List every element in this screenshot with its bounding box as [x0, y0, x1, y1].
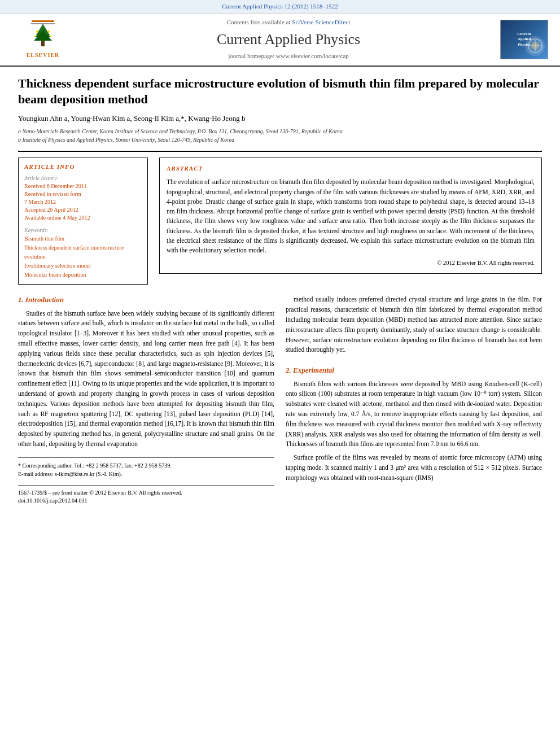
body-right-col: method usually induces preferred directe…	[286, 295, 542, 505]
elsevier-logo: ELSEVIER	[26, 19, 60, 59]
keyword-4: Molecular beam deposition	[24, 270, 142, 279]
intro-para-1: Studies of the bismuth surface have been…	[18, 309, 274, 449]
elsevier-tree-icon	[26, 19, 60, 50]
article-meta-section: Article info Article history: Received 6…	[18, 158, 542, 285]
abstract-text: The evolution of surface microstructure …	[167, 177, 535, 255]
keywords-list: Bismuth thin film Thickness dependent su…	[24, 234, 142, 279]
svg-point-9	[50, 36, 52, 37]
svg-rect-0	[32, 20, 54, 22]
journal-name: Current Applied Physics	[82, 29, 495, 50]
keyword-3: Evolutionary selection model	[24, 261, 142, 270]
authors-line: Youngkun Ahn a, Young-Hwan Kim a, Seong-…	[18, 113, 542, 124]
affiliations: a Nano-Materials Research Center, Korea …	[18, 127, 542, 144]
history-label: Article history:	[24, 174, 142, 182]
experimental-heading: 2. Experimental	[286, 365, 542, 375]
journal-cover-area: CurrentAppliedPhysics	[500, 20, 551, 59]
doi-line: doi:10.1016/j.cap.2012.04.031	[18, 497, 274, 505]
journal-header: ELSEVIER Contents lists available at Sci…	[0, 14, 560, 66]
affiliation-b: b Institute of Physics and Applied Physi…	[18, 136, 542, 144]
article-info-heading: Article info	[24, 163, 142, 171]
footnote-area: * Corresponding author. Tel.: +82 2 958 …	[18, 457, 274, 478]
svg-point-6	[36, 30, 38, 33]
affiliation-a: a Nano-Materials Research Center, Korea …	[18, 127, 542, 136]
svg-point-8	[34, 36, 36, 37]
sciverse-link[interactable]: SciVerse ScienceDirect	[292, 19, 350, 25]
journal-homepage: journal homepage: www.elsevier.com/locat…	[82, 52, 495, 60]
received-2-date: 7 March 2012	[24, 198, 142, 206]
abstract-heading: Abstract	[167, 164, 535, 173]
journal-cover-image: CurrentAppliedPhysics	[500, 20, 548, 59]
keyword-2: Thickness dependent surface microstructu…	[24, 243, 142, 261]
accepted: Accepted 20 April 2012	[24, 206, 142, 214]
article-info-col: Article info Article history: Received 6…	[18, 158, 148, 285]
experimental-para-1: Bismuth films with various thicknesses w…	[286, 379, 542, 450]
keywords-section: Keywords: Bismuth thin film Thickness de…	[24, 226, 142, 279]
received-1: Received 6 December 2011	[24, 182, 142, 190]
abstract-col: Abstract The evolution of surface micros…	[159, 158, 542, 285]
keyword-1: Bismuth thin film	[24, 234, 142, 243]
main-content: Thickness dependent surface microstructu…	[0, 67, 560, 514]
experimental-para-2: Surface profile of the films was reveale…	[286, 453, 542, 483]
publisher-logo-area: ELSEVIER	[9, 19, 77, 59]
elsevier-wordmark: ELSEVIER	[27, 51, 60, 59]
intro-para-2: method usually induces preferred directe…	[286, 295, 542, 355]
journal-title-area: Contents lists available at SciVerse Sci…	[82, 18, 495, 60]
received-2-label: Received in revised form	[24, 190, 142, 198]
issn-line: 1567-1739/$ – see front matter © 2012 El…	[18, 489, 274, 497]
article-info-box: Article info Article history: Received 6…	[18, 158, 148, 285]
body-left-col: 1. Introduction Studies of the bismuth s…	[18, 295, 274, 505]
svg-point-7	[47, 30, 50, 33]
footnote-email: E-mail address: s-ikim@kist.re.kr (S.-I.…	[18, 470, 274, 478]
body-section: 1. Introduction Studies of the bismuth s…	[18, 295, 542, 505]
divider	[18, 151, 542, 152]
authors-text: Youngkun Ahn a, Young-Hwan Kim a, Seong-…	[18, 114, 245, 123]
cover-decoration	[525, 36, 545, 56]
keywords-label: Keywords:	[24, 226, 142, 234]
svg-rect-2	[41, 41, 45, 46]
contents-line: Contents lists available at SciVerse Sci…	[82, 18, 495, 27]
article-title: Thickness dependent surface microstructu…	[18, 76, 542, 108]
cover-circle-icon	[527, 37, 544, 54]
journal-citation: Current Applied Physics 12 (2012) 1518–1…	[0, 0, 560, 14]
copyright: © 2012 Elsevier B.V. All rights reserved…	[167, 259, 535, 268]
citation-text: Current Applied Physics 12 (2012) 1518–1…	[222, 3, 338, 10]
available: Available online 4 May 2012	[24, 214, 142, 222]
footnote-corresponding: * Corresponding author. Tel.: +82 2 958 …	[18, 461, 274, 470]
abstract-box: Abstract The evolution of surface micros…	[159, 158, 542, 274]
intro-heading: 1. Introduction	[18, 295, 274, 305]
bottom-bar: 1567-1739/$ – see front matter © 2012 El…	[18, 485, 274, 505]
